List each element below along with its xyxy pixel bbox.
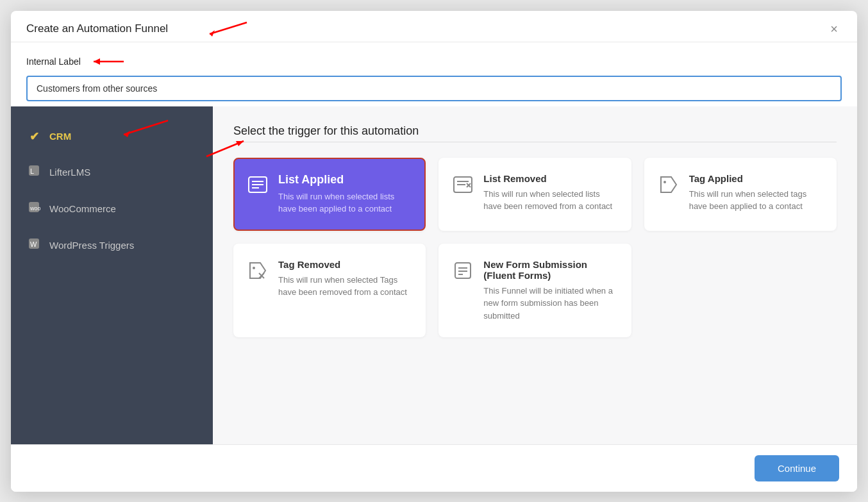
svg-marker-3 xyxy=(94,58,100,65)
label-section: Internal Label xyxy=(11,42,857,106)
svg-line-0 xyxy=(210,22,247,34)
dialog-title: Create an Automation Funnel xyxy=(26,22,168,35)
tag-applied-icon xyxy=(658,174,680,199)
tag-removed-icon xyxy=(247,260,269,285)
trigger-card-list-removed[interactable]: List Removed This will run when selected… xyxy=(438,158,631,231)
trigger-title: Select the trigger for this automation xyxy=(233,124,837,138)
crm-icon: ✔ xyxy=(26,130,42,144)
trigger-grid: List Applied This will run when selected… xyxy=(233,158,837,338)
sidebar-item-crm[interactable]: ✔ CRM xyxy=(11,119,213,154)
sidebar-item-lifterlms-label: LifterLMS xyxy=(49,167,90,178)
internal-label-row: Internal Label xyxy=(26,53,842,71)
trigger-card-tag-applied[interactable]: Tag Applied This will run when selected … xyxy=(644,158,837,231)
lifterlms-icon: L xyxy=(26,164,42,180)
list-applied-desc: This will run when selected lists have b… xyxy=(278,190,412,215)
list-applied-content: List Applied This will run when selected… xyxy=(278,173,412,215)
internal-label-text: Internal Label xyxy=(26,56,81,67)
continue-button[interactable]: Continue xyxy=(755,455,839,481)
new-form-submission-desc: This Funnel will be initiated when a new… xyxy=(483,285,617,322)
svg-text:W: W xyxy=(30,240,37,248)
list-removed-icon xyxy=(453,174,474,199)
sidebar: ✔ CRM L LifterLMS woo WooCommerce W Word… xyxy=(11,106,213,444)
main-content: ✔ CRM L LifterLMS woo WooCommerce W Word… xyxy=(11,106,857,444)
dialog-footer: Continue xyxy=(11,444,857,492)
sidebar-item-wordpress-triggers[interactable]: W WordPress Triggers xyxy=(11,227,213,264)
wordpress-icon: W xyxy=(26,237,42,253)
list-removed-title: List Removed xyxy=(483,173,617,184)
dialog: Create an Automation Funnel × Internal L… xyxy=(11,11,857,492)
trigger-section: Select the trigger for this automation xyxy=(213,106,857,444)
internal-label-input[interactable] xyxy=(26,76,842,101)
tag-removed-desc: This will run when selected Tags have be… xyxy=(278,274,412,299)
tag-removed-title: Tag Removed xyxy=(278,259,412,270)
sidebar-item-crm-label: CRM xyxy=(49,131,71,142)
svg-line-4 xyxy=(124,121,168,135)
tag-applied-title: Tag Applied xyxy=(689,173,822,184)
arrow-to-trigger xyxy=(200,136,251,159)
sidebar-item-wordpress-triggers-label: WordPress Triggers xyxy=(49,240,134,251)
new-form-submission-content: New Form Submission (Fluent Forms) This … xyxy=(483,259,617,322)
sidebar-item-lifterlms[interactable]: L LifterLMS xyxy=(11,154,213,190)
arrow-to-label xyxy=(88,53,127,71)
svg-point-24 xyxy=(253,267,255,269)
new-form-submission-icon xyxy=(453,260,474,285)
close-button[interactable]: × xyxy=(826,21,842,37)
list-applied-title: List Applied xyxy=(278,173,412,187)
trigger-card-new-form-submission[interactable]: New Form Submission (Fluent Forms) This … xyxy=(438,244,631,338)
list-applied-icon xyxy=(247,174,269,199)
arrow-to-title xyxy=(203,16,255,39)
trigger-divider xyxy=(233,142,837,142)
tag-removed-content: Tag Removed This will run when selected … xyxy=(278,259,412,299)
trigger-card-list-applied[interactable]: List Applied This will run when selected… xyxy=(233,158,426,231)
dialog-header: Create an Automation Funnel × xyxy=(11,11,857,42)
svg-point-23 xyxy=(664,181,666,183)
tag-applied-desc: This will run when selected tags have be… xyxy=(689,188,822,213)
sidebar-item-woocommerce[interactable]: woo WooCommerce xyxy=(11,190,213,227)
woocommerce-icon: woo xyxy=(26,201,42,217)
arrow-to-crm xyxy=(113,115,171,141)
sidebar-item-woocommerce-label: WooCommerce xyxy=(49,203,116,214)
list-removed-desc: This will run when selected lists have b… xyxy=(483,188,617,213)
trigger-card-tag-removed[interactable]: Tag Removed This will run when selected … xyxy=(233,244,426,338)
new-form-submission-title: New Form Submission (Fluent Forms) xyxy=(483,259,617,281)
tag-applied-content: Tag Applied This will run when selected … xyxy=(689,173,822,213)
svg-text:L: L xyxy=(30,167,34,175)
svg-text:woo: woo xyxy=(29,205,40,212)
list-removed-content: List Removed This will run when selected… xyxy=(483,173,617,213)
